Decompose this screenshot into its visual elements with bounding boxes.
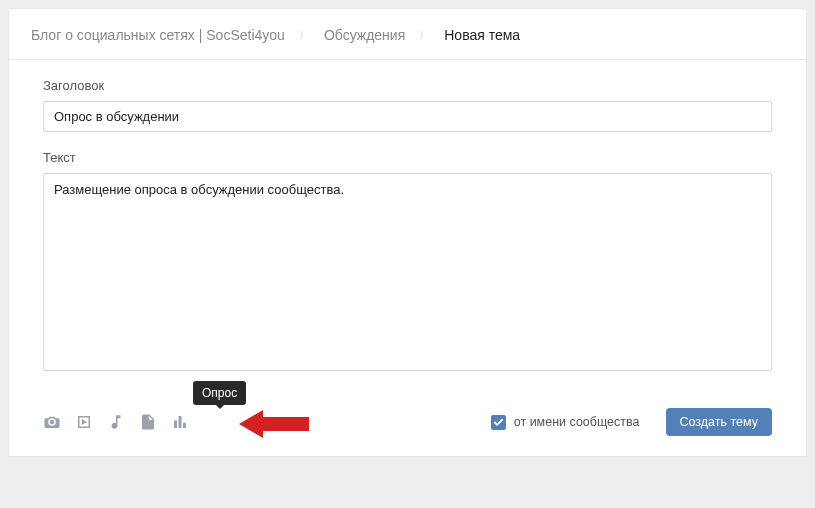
poll-icon[interactable] bbox=[171, 413, 189, 431]
topic-create-card: Блог о социальных сетях | SocSeti4you 〉 … bbox=[8, 8, 807, 457]
svg-marker-3 bbox=[239, 410, 309, 438]
title-input[interactable] bbox=[43, 101, 772, 132]
footer-bar: Опрос от имени сообщества Создать тему bbox=[9, 390, 806, 456]
checkbox-label: от имени сообщества bbox=[514, 415, 640, 429]
body-label: Текст bbox=[43, 150, 772, 165]
breadcrumb: Блог о социальных сетях | SocSeti4you 〉 … bbox=[9, 9, 806, 60]
as-community-checkbox[interactable]: от имени сообщества bbox=[491, 415, 640, 430]
camera-icon[interactable] bbox=[43, 413, 61, 431]
footer-right: от имени сообщества Создать тему bbox=[491, 408, 772, 436]
title-label: Заголовок bbox=[43, 78, 772, 93]
video-icon[interactable] bbox=[75, 413, 93, 431]
form-area: Заголовок Текст Размещение опроса в обсу… bbox=[9, 60, 806, 390]
chevron-right-icon: 〉 bbox=[299, 28, 310, 43]
attachment-row: Опрос bbox=[43, 413, 189, 431]
breadcrumb-current: Новая тема bbox=[444, 27, 520, 43]
chevron-right-icon: 〉 bbox=[419, 28, 430, 43]
music-icon[interactable] bbox=[107, 413, 125, 431]
checkbox-checked-icon bbox=[491, 415, 506, 430]
pointer-arrow bbox=[239, 407, 309, 441]
create-topic-button[interactable]: Создать тему bbox=[666, 408, 773, 436]
breadcrumb-group[interactable]: Блог о социальных сетях | SocSeti4you bbox=[31, 27, 285, 43]
document-icon[interactable] bbox=[139, 413, 157, 431]
svg-rect-1 bbox=[179, 416, 182, 428]
body-textarea[interactable]: Размещение опроса в обсуждении сообществ… bbox=[43, 173, 772, 371]
svg-rect-2 bbox=[183, 423, 186, 428]
breadcrumb-section[interactable]: Обсуждения bbox=[324, 27, 405, 43]
svg-rect-0 bbox=[174, 421, 177, 429]
poll-tooltip: Опрос bbox=[193, 381, 246, 405]
